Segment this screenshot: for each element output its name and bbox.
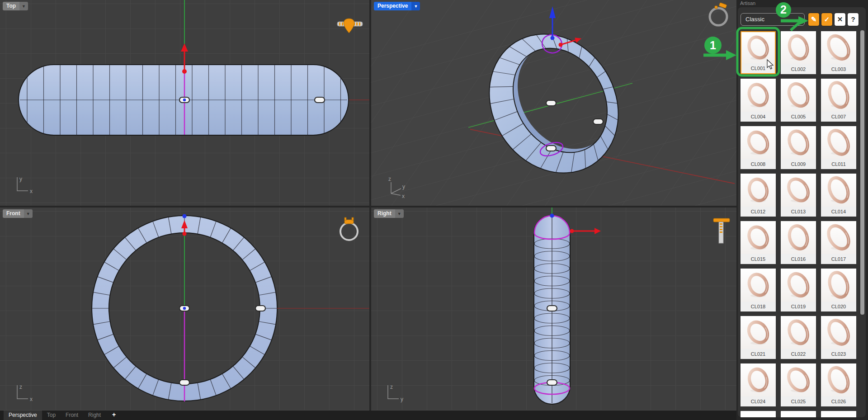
ring-thumbnail-cl019[interactable]: CL019 [781, 269, 816, 311]
library-controls: Classic ✎✓✕? [741, 13, 863, 26]
ring-image [821, 269, 856, 302]
ring-code-label: CL008 [741, 159, 776, 169]
ring-code-label: CL019 [781, 302, 816, 311]
control-point[interactable] [255, 306, 265, 311]
ring-image [781, 316, 816, 349]
artisan-panel: Artisan Classic ✎✓✕? CL001CL002CL003CL00… [736, 0, 868, 420]
add-viewport-button[interactable]: + [106, 411, 122, 420]
ring-thumbnail-cl012[interactable]: CL012 [741, 174, 776, 217]
scrollbar-thumb[interactable] [860, 30, 864, 315]
control-point[interactable] [546, 146, 556, 151]
chevron-down-icon[interactable]: ▼ [19, 2, 28, 10]
viewport-tabs: PerspectiveTopFrontRight [0, 411, 106, 420]
apply-button[interactable]: ✓ [821, 13, 832, 26]
ring-thumbnail-cl025[interactable]: CL025 [781, 363, 816, 406]
viewport-front-canvas: z x [0, 208, 369, 411]
viewport-top[interactable]: y x Top ▼ [0, 0, 369, 206]
chevron-down-icon[interactable]: ▼ [395, 209, 404, 218]
ring-code-label: CL016 [781, 254, 816, 264]
ring-thumbnail-cl011[interactable]: CL011 [821, 126, 856, 169]
chevron-down-icon[interactable]: ▼ [411, 2, 420, 10]
control-point[interactable] [547, 380, 557, 385]
viewport-divider-horizontal[interactable] [0, 206, 736, 208]
ring-image [741, 32, 775, 63]
x-icon: ✕ [837, 15, 843, 24]
viewport-perspective-canvas: z y x [371, 0, 736, 206]
pencil-icon: ✎ [811, 15, 817, 24]
ring-thumbnail-cl020[interactable]: CL020 [821, 269, 856, 311]
viewport-perspective[interactable]: z y x Perspective ▼ [371, 0, 736, 206]
ring-thumbnail-cl001[interactable]: CL001 [741, 31, 776, 74]
ring-code-label: CL026 [821, 396, 856, 406]
viewport-label-top[interactable]: Top ▼ [3, 2, 28, 10]
viewport-label-front[interactable]: Front ▼ [3, 209, 33, 218]
viewport-title: Right [374, 209, 395, 218]
ring-image [821, 221, 856, 254]
ring-thumbnail-cl004[interactable]: CL004 [741, 79, 776, 122]
viewport-label-perspective[interactable]: Perspective ▼ [374, 2, 420, 10]
svg-text:z: z [390, 384, 393, 390]
ring-thumbnail-cl018[interactable]: CL018 [741, 269, 776, 311]
ring-image [821, 31, 856, 64]
ring-image [781, 221, 816, 254]
tab-right[interactable]: Right [83, 411, 106, 420]
panel-title: Artisan [736, 0, 868, 7]
ring-thumbnail-cl026[interactable]: CL026 [821, 363, 856, 406]
viewport-divider-vertical[interactable] [369, 0, 371, 411]
ring-thumbnail-cl007[interactable]: CL007 [821, 79, 856, 122]
viewport-title: Perspective [374, 2, 411, 10]
ring-thumbnail-partial[interactable] [741, 411, 776, 417]
chevron-down-icon[interactable]: ▼ [24, 209, 33, 218]
control-point[interactable] [593, 119, 603, 124]
ring-thumbnail-cl016[interactable]: CL016 [781, 221, 816, 264]
ring-thumbnail-cl015[interactable]: CL015 [741, 221, 776, 264]
ring-thumbnail-cl014[interactable]: CL014 [821, 174, 856, 217]
ring-thumbnail-cl022[interactable]: CL022 [781, 316, 816, 359]
svg-text:z: z [19, 384, 22, 390]
category-dropdown[interactable]: Classic [741, 13, 805, 26]
ring-thumbnail-cl023[interactable]: CL023 [821, 316, 856, 359]
tab-front[interactable]: Front [61, 411, 83, 420]
ring-code-label: CL017 [821, 254, 856, 264]
ring-image [821, 363, 856, 396]
viewport-label-right[interactable]: Right ▼ [374, 209, 404, 218]
ring-thumbnail-cl021[interactable]: CL021 [741, 316, 776, 359]
ring-orientation-ornament [337, 19, 363, 33]
control-point[interactable] [179, 306, 189, 311]
control-point[interactable] [546, 100, 556, 106]
ring-image [781, 79, 816, 112]
ring-thumbnail-cl009[interactable]: CL009 [781, 126, 816, 169]
close-button[interactable]: ✕ [835, 13, 845, 26]
ring-code-label: CL001 [741, 63, 775, 73]
axis-indicator: z y x [388, 176, 405, 199]
ring-thumbnail-cl017[interactable]: CL017 [821, 221, 856, 264]
ring-thumbnail-cl024[interactable]: CL024 [741, 363, 776, 406]
ring-thumbnail-cl008[interactable]: CL008 [741, 126, 776, 169]
control-point[interactable] [315, 97, 325, 103]
help-button[interactable]: ? [848, 13, 859, 26]
ring-image [781, 363, 816, 396]
viewport-front[interactable]: z x Front ▼ [0, 208, 369, 411]
tab-perspective[interactable]: Perspective [4, 411, 42, 420]
ring-code-label: CL018 [741, 302, 776, 311]
ring-image [821, 79, 856, 112]
ring-orientation-ornament [710, 3, 727, 25]
app-window: y x Top ▼ [0, 0, 868, 420]
tab-top[interactable]: Top [42, 411, 61, 420]
ring-thumbnail-cl002[interactable]: CL002 [781, 31, 816, 74]
viewport-right[interactable]: z y Right ▼ [371, 208, 736, 411]
control-point[interactable] [179, 380, 189, 385]
viewport-top-canvas: y x [0, 0, 369, 206]
ring-thumbnail-cl003[interactable]: CL003 [821, 31, 856, 74]
ring-thumbnail-cl013[interactable]: CL013 [781, 174, 816, 217]
control-point[interactable] [179, 97, 189, 103]
control-point[interactable] [547, 306, 557, 311]
ring-thumbnail-partial[interactable] [821, 411, 856, 417]
ring-code-label: CL025 [781, 396, 816, 406]
ring-thumbnail-cl005[interactable]: CL005 [781, 79, 816, 122]
ring-thumbnail-partial[interactable] [781, 411, 816, 417]
edit-button[interactable]: ✎ [808, 13, 819, 26]
ring-code-label: CL007 [821, 112, 856, 122]
ring-image [741, 363, 776, 396]
viewport-tab-bar: PerspectiveTopFrontRight + [0, 411, 736, 420]
